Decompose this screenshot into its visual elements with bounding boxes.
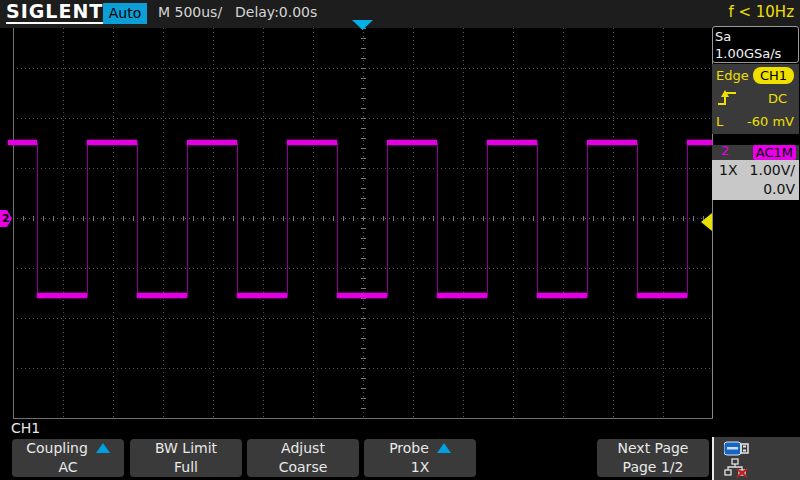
- softkey-label: BW Limit: [155, 440, 217, 456]
- lan-disconnected-icon: [724, 458, 750, 478]
- trace-edge: [37, 143, 38, 296]
- gridline: [513, 28, 514, 418]
- trace-low-segment: [337, 293, 387, 298]
- trace-high-segment: [187, 140, 237, 145]
- trace-edge: [137, 143, 138, 296]
- softkey-label: Coupling: [26, 440, 88, 456]
- trace-low-segment: [637, 293, 687, 298]
- timebase-readout[interactable]: M 500us/: [158, 4, 222, 20]
- gridline: [463, 28, 464, 418]
- gridline: [113, 28, 114, 418]
- status-icon-panel: [712, 437, 800, 480]
- trigger-coupling: DC: [768, 87, 787, 110]
- softkey-value: Full: [130, 458, 242, 477]
- trace-high-segment: [8, 140, 37, 145]
- softkey-bw-limit[interactable]: BW Limit Full: [130, 439, 242, 477]
- ch2-number: 2: [721, 143, 729, 158]
- trace-low-segment: [537, 293, 587, 298]
- trigger-level-marker[interactable]: [701, 213, 712, 231]
- gridline: [663, 28, 664, 418]
- ch2-info-box: 1X 1.00V/ 0.0V: [712, 160, 799, 200]
- softkey-adjust[interactable]: Adjust Coarse: [247, 439, 359, 477]
- softkey-value: Coarse: [247, 458, 359, 477]
- gridline: [263, 28, 264, 418]
- oscilloscope-screen: SIGLENT Auto M 500us/ Delay:0.00s f < 10…: [0, 0, 800, 480]
- gridline: [361, 28, 366, 418]
- trace-high-segment: [587, 140, 637, 145]
- gridline: [563, 28, 564, 418]
- softkey-value: Page 1/2: [597, 458, 709, 477]
- trigger-type-row: Edge CH1: [712, 64, 799, 87]
- trace-edge: [237, 143, 238, 296]
- gridline: [63, 28, 64, 418]
- trace-edge: [337, 143, 338, 296]
- trigger-level-label: L: [716, 110, 723, 133]
- usb-icon: [724, 441, 750, 456]
- up-arrow-icon: [437, 443, 451, 453]
- menu-title-channel: CH1: [11, 420, 40, 436]
- trigger-info-box: Edge CH1 DC L -60 mV: [712, 64, 799, 134]
- softkey-probe[interactable]: Probe 1X: [364, 439, 476, 477]
- trace-edge: [287, 143, 288, 296]
- softkey-next-page[interactable]: Next Page Page 1/2: [597, 439, 709, 477]
- trace-edge: [637, 143, 638, 296]
- acquisition-info-box: Sa 1.00GSa/s Curr 7.00Mpts: [712, 26, 799, 63]
- gridline: [413, 28, 414, 418]
- trace-edge: [387, 143, 388, 296]
- ch2-attenuation: 1X: [719, 160, 738, 180]
- graticule-edge: [13, 418, 714, 419]
- trace-edge: [687, 143, 688, 296]
- gridline: [613, 28, 614, 418]
- trace-edge: [437, 143, 438, 296]
- trace-low-segment: [37, 293, 87, 298]
- siglent-logo: SIGLENT: [6, 1, 105, 24]
- trigger-delay-readout[interactable]: Delay:0.00s: [235, 4, 317, 20]
- softkey-value: 1X: [364, 458, 476, 477]
- trace-edge: [187, 143, 188, 296]
- softkey-label: Probe: [389, 440, 429, 456]
- ch2-info-header: 2 AC1M: [712, 145, 799, 160]
- gridline: [313, 28, 314, 418]
- trigger-type: Edge: [716, 64, 749, 87]
- softkey-coupling[interactable]: Coupling AC: [12, 439, 124, 477]
- trigger-slope-row: DC: [712, 87, 799, 110]
- softkey-label: Next Page: [618, 440, 689, 456]
- frequency-counter: f < 10Hz: [728, 3, 794, 21]
- trace-edge: [87, 143, 88, 296]
- trace-high-segment: [87, 140, 137, 145]
- trace-high-segment: [687, 140, 712, 145]
- trigger-source-badge: CH1: [753, 67, 794, 84]
- sample-rate: Sa 1.00GSa/s: [715, 28, 798, 62]
- softkey-value: AC: [12, 458, 124, 477]
- softkey-label: Adjust: [281, 440, 325, 456]
- acquisition-mode-badge[interactable]: Auto: [103, 3, 147, 24]
- gridline: [213, 28, 214, 418]
- trace-edge: [587, 143, 588, 296]
- trace-high-segment: [287, 140, 337, 145]
- trace-edge: [487, 143, 488, 296]
- ch2-coupling-badge: AC1M: [753, 145, 796, 160]
- trace-low-segment: [437, 293, 487, 298]
- ch2-level-marker[interactable]: 2: [0, 210, 12, 227]
- trace-high-segment: [487, 140, 537, 145]
- header-bar: SIGLENT Auto M 500us/ Delay:0.00s f < 10…: [0, 0, 800, 28]
- gridline: [163, 28, 164, 418]
- ch2-scale: 1.00V/: [750, 160, 795, 180]
- graticule-edge: [13, 28, 14, 418]
- trigger-level-row: L -60 mV: [712, 110, 799, 133]
- trace-low-segment: [137, 293, 187, 298]
- trace-low-segment: [237, 293, 287, 298]
- trigger-level-value: -60 mV: [747, 110, 794, 133]
- trace-high-segment: [387, 140, 437, 145]
- trace-edge: [537, 143, 538, 296]
- up-arrow-icon: [96, 443, 110, 453]
- ch2-offset: 0.0V: [763, 180, 795, 198]
